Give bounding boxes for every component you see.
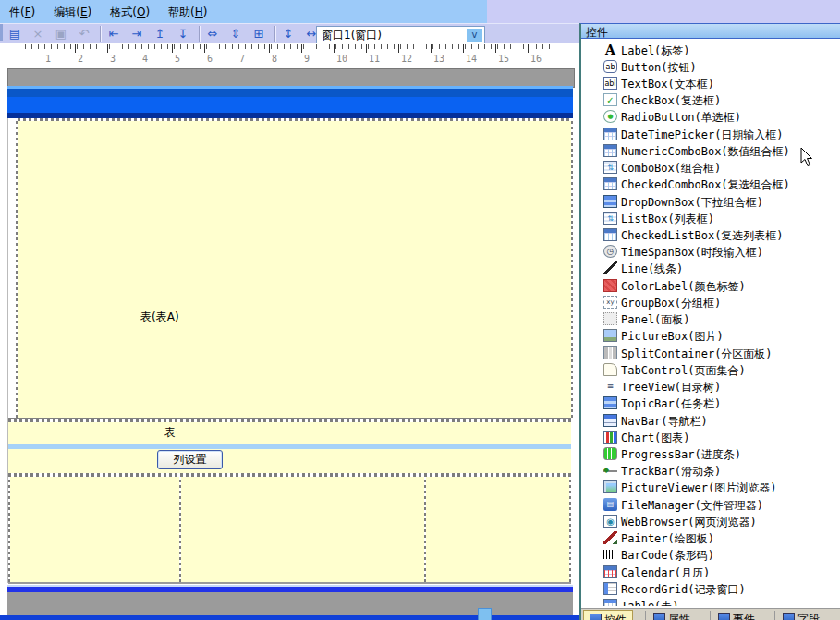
same-width-icon[interactable]: ⇔ bbox=[203, 25, 222, 43]
palette-tab-controls[interactable]: 控件 bbox=[583, 610, 633, 620]
ruler-number: 5 bbox=[175, 54, 180, 64]
palette-item-textbox[interactable]: ablTextBox(文本框) bbox=[581, 75, 840, 91]
ruler-major-tick bbox=[237, 44, 237, 53]
ruler-major-tick bbox=[75, 44, 76, 53]
palette-item-label: CheckedListBox(复选列表框) bbox=[621, 228, 784, 244]
webbrowser-icon: ◉ bbox=[603, 515, 617, 528]
palette-item-chart[interactable]: Chart(图表) bbox=[581, 429, 840, 445]
palette-item-tabcontrol[interactable]: TabControl(页面集合) bbox=[581, 361, 840, 378]
column-settings-button[interactable]: 列设置 bbox=[157, 450, 223, 469]
palette-item-topicbar[interactable]: TopicBar(任务栏) bbox=[581, 395, 840, 411]
palette-item-treeview[interactable]: ≣TreeView(目录树) bbox=[581, 378, 840, 395]
align-bottom-icon[interactable]: ↧ bbox=[174, 25, 192, 43]
palette-item-pictureviewer[interactable]: PictureViewer(图片浏览器) bbox=[581, 479, 840, 495]
palette-item-label: TrackBar(滑动条) bbox=[621, 464, 721, 480]
table-icon bbox=[603, 599, 617, 606]
palette-item-picturebox[interactable]: PictureBox(图片) bbox=[581, 327, 840, 344]
tab-icon bbox=[783, 613, 795, 620]
palette-item-label: DropDownBox(下拉组合框) bbox=[621, 195, 763, 211]
column-divider[interactable] bbox=[179, 477, 181, 582]
table-section-row[interactable]: 表 bbox=[8, 422, 571, 444]
palette-item-recordgrid[interactable]: RecordGrid(记录窗口) bbox=[581, 580, 840, 597]
palette-item-barcode[interactable]: BarCode(条形码) bbox=[581, 546, 840, 563]
window-selector-combobox[interactable]: 窗口1(窗口) v bbox=[316, 26, 485, 44]
palette-title-bar[interactable]: 控件 bbox=[581, 24, 840, 39]
menu-item-o[interactable]: 格式(O) bbox=[101, 0, 159, 23]
menu-item-h[interactable]: 帮助(H) bbox=[159, 0, 216, 23]
palette-item-splitcontainer[interactable]: SplitContainer(分区面板) bbox=[581, 345, 840, 361]
delete-icon: × bbox=[29, 25, 47, 43]
palette-item-calendar[interactable]: Calendar(月历) bbox=[581, 564, 840, 580]
form-header-band[interactable] bbox=[7, 86, 573, 118]
tab-icon bbox=[718, 613, 730, 620]
tab-label: 控件 bbox=[604, 614, 627, 620]
palette-item-button[interactable]: abButton(按钮) bbox=[581, 58, 840, 75]
align-top-icon[interactable]: ↥ bbox=[151, 25, 169, 43]
palette-item-checkbox[interactable]: ✓CheckBox(复选框) bbox=[581, 91, 840, 108]
tab-label: 事件 bbox=[733, 613, 755, 620]
palette-item-colorlabel[interactable]: ColorLabel(颜色标签) bbox=[581, 277, 840, 294]
palette-item-radiobutton[interactable]: ●RadioButton(单选框) bbox=[581, 108, 840, 125]
palette-item-checkedlistbox[interactable]: CheckedListBox(复选列表框) bbox=[581, 226, 840, 243]
menu-item-e[interactable]: 编辑(E) bbox=[44, 0, 101, 23]
menu-item-f[interactable]: 件(F) bbox=[0, 0, 44, 23]
picturebox-icon bbox=[603, 329, 617, 342]
palette-item-label: BarCode(条形码) bbox=[621, 548, 714, 564]
palette-item-timespanbox[interactable]: ◷TimeSpanBox(时段输入框) bbox=[581, 243, 840, 260]
palette-item-table[interactable]: Table(表) bbox=[581, 597, 840, 606]
filemanager-icon: ▤ bbox=[603, 498, 617, 511]
chevron-down-icon[interactable]: v bbox=[466, 28, 483, 43]
ruler-major-tick bbox=[204, 44, 205, 53]
palette-tab-events[interactable]: 事件 bbox=[712, 610, 761, 620]
palette-item-dropdownbox[interactable]: DropDownBox(下拉组合框) bbox=[581, 193, 840, 210]
palette-item-label: Chart(图表) bbox=[621, 431, 690, 446]
same-size-icon[interactable]: ⊞ bbox=[250, 25, 268, 43]
palette-item-filemanager[interactable]: ▤FileManager(文件管理器) bbox=[581, 496, 840, 513]
palette-item-navbar[interactable]: NavBar(导航栏) bbox=[581, 412, 840, 429]
toolbar-separator bbox=[100, 26, 102, 42]
ruler-number: 3 bbox=[110, 54, 116, 64]
palette-item-webbrowser[interactable]: ◉WebBrowser(网页浏览器) bbox=[581, 513, 840, 529]
table-control[interactable]: 表(表A) bbox=[18, 121, 571, 418]
palette-item-trackbar[interactable]: ◆TrackBar(滑动条) bbox=[581, 462, 840, 479]
palette-item-label[interactable]: ALabel(标签) bbox=[581, 42, 840, 58]
palette-item-label: TabControl(页面集合) bbox=[621, 363, 746, 379]
palette-item-label: Panel(面板) bbox=[621, 312, 690, 328]
column-grid[interactable] bbox=[8, 477, 571, 582]
design-canvas[interactable]: 表(表A) 表 列设置 bbox=[0, 68, 579, 616]
form-caption-bar[interactable] bbox=[7, 68, 575, 88]
label-icon: A bbox=[603, 43, 617, 56]
palette-item-label: DateTimePicker(日期输入框) bbox=[621, 128, 784, 143]
toolbar-separator bbox=[274, 26, 276, 42]
align-right-icon[interactable]: ⇥ bbox=[128, 25, 146, 43]
palette-item-line[interactable]: Line(线条) bbox=[581, 260, 840, 276]
palette-tab-fields[interactable]: 字段 bbox=[777, 610, 825, 620]
palette-item-listbox[interactable]: ⇅ListBox(列表框) bbox=[581, 210, 840, 226]
align-left-icon[interactable]: ⇤ bbox=[104, 25, 123, 43]
palette-item-datetimepicker[interactable]: DateTimePicker(日期输入框) bbox=[581, 126, 840, 142]
palette-item-groupbox[interactable]: xyGroupBox(分组框) bbox=[581, 294, 840, 310]
tabcontrol-icon bbox=[603, 363, 617, 376]
column-divider[interactable] bbox=[424, 477, 426, 582]
palette-item-label: PictureBox(图片) bbox=[621, 329, 724, 345]
table-section-label: 表 bbox=[164, 425, 176, 441]
palette-item-progressbar[interactable]: ProgressBar(进度条) bbox=[581, 445, 840, 462]
recordgrid-icon bbox=[603, 582, 617, 595]
window-bottom-border bbox=[0, 615, 579, 620]
tab-label: 字段 bbox=[797, 613, 820, 620]
palette-item-label: TreeView(目录树) bbox=[621, 380, 721, 395]
ruler-number: 9 bbox=[304, 54, 310, 64]
palette-item-panel[interactable]: Panel(面板) bbox=[581, 310, 840, 327]
palette-tab-properties[interactable]: 属性 bbox=[648, 610, 696, 620]
top-right-area bbox=[487, 0, 840, 23]
palette-item-label: RecordGrid(记录窗口) bbox=[621, 582, 746, 598]
ruler-number: 16 bbox=[530, 54, 542, 64]
ruler-major-tick bbox=[463, 44, 464, 53]
barcode-icon bbox=[603, 550, 617, 559]
palette-item-checkedcombobox[interactable]: CheckedComboBox(复选组合框) bbox=[581, 176, 840, 192]
ruler-number: 1 bbox=[45, 54, 51, 64]
palette-item-painter[interactable]: Painter(绘图板) bbox=[581, 529, 840, 546]
v-distribute-icon[interactable]: ↕ bbox=[279, 25, 298, 43]
arrange-icon[interactable]: ▤ bbox=[6, 25, 24, 43]
same-height-icon[interactable]: ⇕ bbox=[226, 25, 245, 43]
